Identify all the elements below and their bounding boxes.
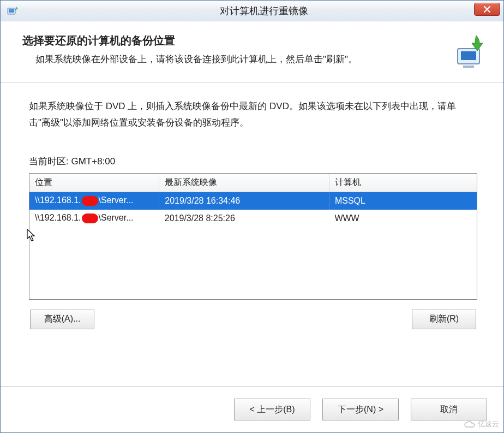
col-latest[interactable]: 最新系统映像 bbox=[159, 174, 329, 192]
svg-rect-4 bbox=[463, 66, 474, 68]
close-button[interactable] bbox=[474, 3, 500, 16]
redaction-icon bbox=[82, 196, 98, 206]
redaction-icon bbox=[82, 213, 98, 223]
table-row[interactable]: \\192.168.1.\Server... 2019/3/28 16:34:4… bbox=[29, 192, 477, 210]
cell-location: \\192.168.1.\Server... bbox=[29, 192, 159, 210]
reimage-icon bbox=[449, 33, 487, 72]
cancel-button[interactable]: 取消 bbox=[411, 399, 487, 420]
dialog-window: 对计算机进行重镜像 选择要还原的计算机的备份位置 如果系统映像在外部设备上，请将… bbox=[0, 0, 504, 433]
next-button[interactable]: 下一步(N) > bbox=[322, 399, 399, 420]
table-row[interactable]: \\192.168.1.\Server... 2019/3/28 8:25:26… bbox=[29, 210, 477, 227]
timezone-label: 当前时区: GMT+8:00 bbox=[29, 155, 477, 168]
backup-table[interactable]: 位置 最新系统映像 计算机 \\192.168.1.\Server... 201… bbox=[29, 173, 477, 300]
header-text: 选择要还原的计算机的备份位置 如果系统映像在外部设备上，请将该设备连接到此计算机… bbox=[22, 33, 439, 67]
titlebar: 对计算机进行重镜像 bbox=[1, 1, 503, 21]
svg-rect-1 bbox=[9, 9, 14, 13]
cell-latest: 2019/3/28 16:34:46 bbox=[159, 192, 329, 210]
cell-computer: WWW bbox=[329, 210, 477, 227]
cell-computer: MSSQL bbox=[329, 192, 477, 210]
window-icon bbox=[1, 5, 25, 17]
table-buttons-row: 高级(A)... 刷新(R) bbox=[29, 310, 477, 329]
footer-buttons: < 上一步(B) 下一步(N) > 取消 bbox=[1, 386, 503, 432]
watermark: 亿速云 bbox=[464, 419, 499, 429]
window-title: 对计算机进行重镜像 bbox=[25, 4, 503, 17]
page-heading: 选择要还原的计算机的备份位置 bbox=[22, 33, 439, 48]
cloud-icon bbox=[464, 420, 476, 428]
refresh-button[interactable]: 刷新(R) bbox=[412, 310, 476, 329]
body-area: 如果系统映像位于 DVD 上，则插入系统映像备份中最新的 DVD。如果该选项未在… bbox=[1, 83, 503, 339]
col-computer[interactable]: 计算机 bbox=[329, 174, 477, 192]
page-subtext: 如果系统映像在外部设备上，请将该设备连接到此计算机上，然后单击"刷新"。 bbox=[22, 52, 439, 67]
table-header-row: 位置 最新系统映像 计算机 bbox=[29, 174, 477, 192]
timezone-value: GMT+8:00 bbox=[71, 156, 115, 167]
instruction-text: 如果系统映像位于 DVD 上，则插入系统映像备份中最新的 DVD。如果该选项未在… bbox=[29, 98, 477, 131]
svg-rect-3 bbox=[461, 51, 476, 60]
back-button[interactable]: < 上一步(B) bbox=[234, 399, 310, 420]
col-location[interactable]: 位置 bbox=[29, 174, 159, 192]
header-area: 选择要还原的计算机的备份位置 如果系统映像在外部设备上，请将该设备连接到此计算机… bbox=[1, 21, 503, 83]
advanced-button[interactable]: 高级(A)... bbox=[30, 310, 94, 329]
cell-latest: 2019/3/28 8:25:26 bbox=[159, 210, 329, 227]
cell-location: \\192.168.1.\Server... bbox=[29, 210, 159, 227]
timezone-prefix: 当前时区: bbox=[29, 156, 71, 167]
close-icon bbox=[483, 6, 491, 13]
